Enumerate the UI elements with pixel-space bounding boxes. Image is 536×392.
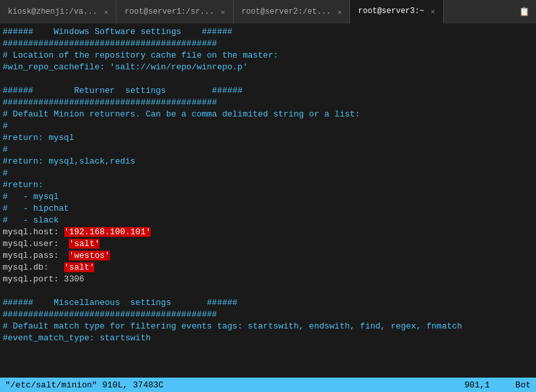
status-bar: "/etc/salt/minion" 910L, 37483C 901,1 Bo…	[0, 378, 536, 392]
terminal-line: #return:	[0, 179, 536, 191]
terminal-line: mysql.port: 3306	[0, 274, 536, 285]
terminal-line: ###### Windows Software settings ######	[0, 26, 536, 38]
tab-1-close[interactable]: ✕	[104, 8, 109, 16]
tab-2[interactable]: root@server1:/sr... ✕	[116, 0, 233, 24]
terminal-line: mysql.pass: 'westos'	[0, 250, 536, 262]
tab-4-label: root@server3:~	[358, 7, 424, 16]
terminal-line: #event_match_type: startswith	[0, 332, 536, 344]
tab-1-label: kiosk@zhenji:/va...	[8, 7, 98, 16]
terminal-line: ###### Miscellaneous settings ######	[0, 297, 536, 309]
status-right: 901,1 Bot	[465, 380, 531, 390]
terminal-line: ########################################…	[0, 38, 536, 50]
terminal-line: # Default match type for filtering event…	[0, 321, 536, 332]
terminal-line: #win_repo_cachefile: 'salt://win/repo/wi…	[0, 62, 536, 73]
terminal-line: # Location of the repository cache file …	[0, 50, 536, 62]
tab-2-label: root@server1:/sr...	[124, 7, 214, 16]
terminal-line: ###### Returner settings ######	[0, 85, 536, 97]
terminal-line: #	[0, 120, 536, 132]
tab-1[interactable]: kiosk@zhenji:/va... ✕	[0, 0, 116, 24]
tab-3-label: root@server2:/et...	[241, 7, 331, 16]
terminal-line	[0, 73, 536, 85]
terminal-line	[0, 285, 536, 297]
terminal-line: #	[0, 144, 536, 156]
terminal-line: mysql.user: 'salt'	[0, 238, 536, 250]
tab-3-close[interactable]: ✕	[338, 8, 342, 16]
terminal-line: # Default Minion returners. Can be a com…	[0, 109, 536, 120]
terminal-line: #return: mysql,slack,redis	[0, 156, 536, 168]
tab-bar: kiosk@zhenji:/va... ✕ root@server1:/sr..…	[0, 0, 536, 24]
terminal-window: kiosk@zhenji:/va... ✕ root@server1:/sr..…	[0, 0, 536, 392]
terminal-line: ########################################…	[0, 97, 536, 109]
tab-3[interactable]: root@server2:/et... ✕	[234, 0, 350, 24]
new-tab-icon[interactable]: 📋	[512, 7, 536, 17]
terminal-line: mysql.db: 'salt'	[0, 262, 536, 274]
terminal-line: # - hipchat	[0, 203, 536, 215]
tab-4[interactable]: root@server3:~ ✕	[350, 0, 443, 24]
status-left: "/etc/salt/minion" 910L, 37483C	[5, 380, 164, 390]
terminal-line: ########################################…	[0, 309, 536, 321]
terminal-line: #	[0, 168, 536, 179]
tab-4-close[interactable]: ✕	[431, 7, 435, 16]
terminal-body: ###### Windows Software settings #######…	[0, 24, 536, 378]
terminal-line: # - mysql	[0, 191, 536, 203]
tab-2-close[interactable]: ✕	[221, 8, 225, 16]
terminal-line: # - slack	[0, 215, 536, 226]
terminal-line: #return: mysql	[0, 132, 536, 144]
terminal-line: mysql.host: '192.168.100.101'	[0, 226, 536, 238]
